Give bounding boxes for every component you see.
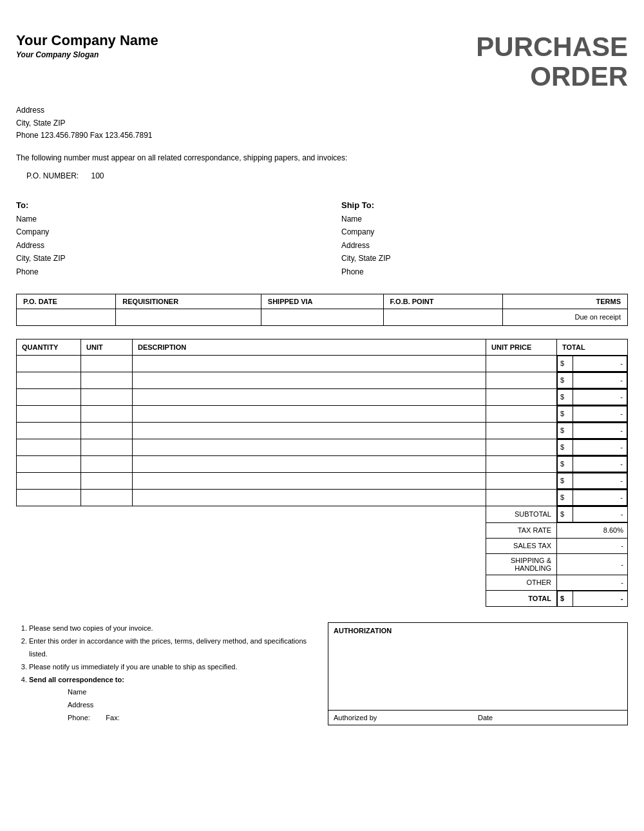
- subtotal-value: -: [573, 506, 628, 522]
- authorization-box: AUTHORIZATION Authorized by Date: [328, 622, 628, 725]
- phone-label: Phone:: [68, 714, 90, 721]
- total-row: TOTAL $ -: [17, 590, 628, 607]
- ship-to-name: Name: [341, 213, 628, 225]
- corr-name: Name: [68, 686, 315, 699]
- item-row: $ -: [17, 455, 628, 472]
- item-unit-price: [486, 439, 557, 455]
- po-title: PURCHASE ORDER: [476, 32, 628, 91]
- item-unit-price: [486, 372, 557, 388]
- instructions-list: Please send two copies of your invoice. …: [16, 622, 315, 686]
- other-value: -: [557, 575, 628, 590]
- instruction-1: Please send two copies of your invoice.: [29, 622, 315, 635]
- tax-rate-row: TAX RATE 8.60%: [17, 522, 628, 538]
- subtotal-row: SUBTOTAL $ -: [17, 506, 628, 522]
- to-name: Name: [16, 213, 303, 225]
- ship-to-address: Address: [341, 239, 628, 252]
- company-block: Your Company Name Your Company Slogan: [16, 32, 158, 59]
- item-qty: [17, 388, 81, 405]
- auth-body: [328, 638, 627, 710]
- ship-to-phone: Phone: [341, 265, 628, 278]
- item-total: $ -: [557, 472, 628, 489]
- item-unit: [81, 472, 133, 489]
- item-qty: [17, 372, 81, 388]
- info-shipped-via-value: [261, 309, 383, 325]
- auth-title: AUTHORIZATION: [328, 623, 627, 638]
- instruction-2: Enter this order in accordance with the …: [29, 635, 315, 661]
- info-terms-value: Due on receipt: [503, 309, 628, 325]
- po-number-label: P.O. NUMBER:: [26, 171, 79, 180]
- item-unit-price: [486, 388, 557, 405]
- company-slogan: Your Company Slogan: [16, 50, 158, 59]
- auth-date-label: Date: [478, 714, 622, 721]
- item-unit: [81, 372, 133, 388]
- item-qty: [17, 489, 81, 506]
- item-total: $ -: [557, 355, 628, 372]
- item-row: $ -: [17, 388, 628, 405]
- corr-address: Address: [68, 699, 315, 712]
- subtotal-currency: $: [558, 506, 573, 522]
- shipping-row: SHIPPING & HANDLING -: [17, 553, 628, 575]
- item-row: $ -: [17, 372, 628, 388]
- ship-to-label: Ship To:: [341, 198, 628, 213]
- item-unit: [81, 489, 133, 506]
- item-desc: [133, 489, 486, 506]
- item-row: $ -: [17, 355, 628, 372]
- item-unit: [81, 355, 133, 372]
- notice-text: The following number must appear on all …: [16, 152, 628, 164]
- to-address: Address: [16, 239, 303, 252]
- item-total: $ -: [557, 405, 628, 422]
- item-qty: [17, 439, 81, 455]
- other-row: OTHER -: [17, 575, 628, 590]
- to-block: To: Name Company Address City, State ZIP…: [16, 198, 303, 278]
- item-qty: [17, 455, 81, 472]
- info-col-shipped-via: SHIPPED VIA: [261, 294, 383, 309]
- ship-to-block: Ship To: Name Company Address City, Stat…: [341, 198, 628, 278]
- item-row: $ -: [17, 472, 628, 489]
- company-address: Address City, State ZIP Phone 123.456.78…: [16, 104, 628, 142]
- total-currency: $: [558, 591, 573, 606]
- col-description: DESCRIPTION: [133, 339, 486, 355]
- company-address-line2: City, State ZIP: [16, 117, 628, 129]
- po-title-line1: PURCHASE: [476, 32, 628, 62]
- tax-rate-value: 8.60%: [557, 522, 628, 538]
- fax-label: Fax:: [106, 714, 119, 721]
- company-name: Your Company Name: [16, 32, 158, 49]
- item-qty: [17, 472, 81, 489]
- item-row: $ -: [17, 439, 628, 455]
- item-qty: [17, 422, 81, 439]
- item-unit-price: [486, 455, 557, 472]
- company-phone-fax: Phone 123.456.7890 Fax 123.456.7891: [16, 129, 628, 142]
- item-unit-price: [486, 489, 557, 506]
- po-title-line2: ORDER: [476, 62, 628, 91]
- item-unit: [81, 388, 133, 405]
- item-total: $ -: [557, 455, 628, 472]
- subtotal-label: SUBTOTAL: [486, 506, 557, 522]
- item-unit: [81, 405, 133, 422]
- instruction-3: Please notify us immediately if you are …: [29, 661, 315, 674]
- item-unit-price: [486, 355, 557, 372]
- item-row: $ -: [17, 489, 628, 506]
- info-fob-point-value: [383, 309, 503, 325]
- instructions-block: Please send two copies of your invoice. …: [16, 622, 315, 724]
- tax-rate-label: TAX RATE: [486, 522, 557, 538]
- item-unit: [81, 422, 133, 439]
- item-unit-price: [486, 422, 557, 439]
- col-quantity: QUANTITY: [17, 339, 81, 355]
- info-col-requisitioner: REQUISITIONER: [116, 294, 261, 309]
- item-desc: [133, 355, 486, 372]
- items-table: QUANTITY UNIT DESCRIPTION UNIT PRICE TOT…: [16, 339, 628, 607]
- item-desc: [133, 388, 486, 405]
- col-total: TOTAL: [557, 339, 628, 355]
- total-value: -: [573, 591, 628, 606]
- item-desc: [133, 422, 486, 439]
- item-desc: [133, 472, 486, 489]
- shipping-label: SHIPPING & HANDLING: [486, 553, 557, 575]
- col-unit-price: UNIT PRICE: [486, 339, 557, 355]
- to-phone: Phone: [16, 265, 303, 278]
- ship-to-city-state-zip: City, State ZIP: [341, 252, 628, 265]
- total-label: TOTAL: [486, 590, 557, 607]
- po-number-line: P.O. NUMBER: 100: [16, 171, 628, 180]
- summary-section: SUBTOTAL $ - TAX RATE 8.60%: [17, 506, 628, 607]
- col-unit: UNIT: [81, 339, 133, 355]
- info-col-po-date: P.O. DATE: [17, 294, 116, 309]
